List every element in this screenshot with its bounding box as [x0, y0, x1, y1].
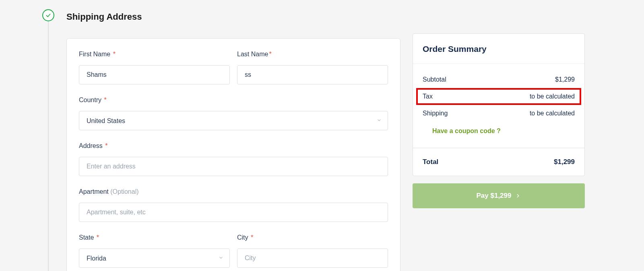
subtotal-value: $1,299	[555, 76, 575, 83]
country-label: Country *	[79, 96, 388, 104]
tax-label: Tax	[423, 93, 433, 100]
order-summary: Order Summary Subtotal $1,299 Tax to be …	[413, 33, 585, 176]
address-input[interactable]	[79, 157, 388, 176]
city-label: City *	[237, 234, 388, 241]
total-label: Total	[423, 158, 438, 166]
tax-row: Tax to be calculated	[418, 90, 580, 103]
address-label: Address *	[79, 142, 388, 150]
first-name-input[interactable]	[79, 65, 230, 84]
pay-button-label: Pay $1,299	[477, 192, 512, 200]
tax-value: to be calculated	[530, 93, 575, 100]
state-select[interactable]: Florida	[79, 248, 230, 268]
coupon-link[interactable]: Have a coupon code ?	[432, 127, 501, 134]
subtotal-label: Subtotal	[423, 76, 446, 83]
total-row: Total $1,299	[413, 148, 584, 176]
step-complete-icon	[42, 9, 54, 21]
shipping-form: First Name * Last Name* Country * United…	[66, 38, 400, 271]
apartment-input[interactable]	[79, 203, 388, 222]
step-line	[48, 21, 49, 271]
last-name-input[interactable]	[237, 65, 388, 84]
country-select[interactable]: United States	[79, 111, 388, 130]
first-name-label: First Name *	[79, 51, 230, 58]
city-input[interactable]	[237, 248, 388, 268]
page-title: Shipping Address	[66, 12, 400, 22]
apartment-label: Apartment (Optional)	[79, 188, 388, 195]
summary-title: Order Summary	[413, 34, 584, 64]
subtotal-row: Subtotal $1,299	[423, 71, 575, 88]
shipping-row: Shipping to be calculated	[423, 105, 575, 122]
total-value: $1,299	[554, 158, 575, 166]
pay-button[interactable]: Pay $1,299	[413, 183, 585, 208]
tax-highlight: Tax to be calculated	[416, 88, 581, 105]
chevron-right-icon	[515, 193, 521, 199]
last-name-label: Last Name*	[237, 51, 388, 58]
shipping-value: to be calculated	[530, 110, 575, 117]
state-label: State *	[79, 234, 230, 241]
shipping-label: Shipping	[423, 110, 448, 117]
